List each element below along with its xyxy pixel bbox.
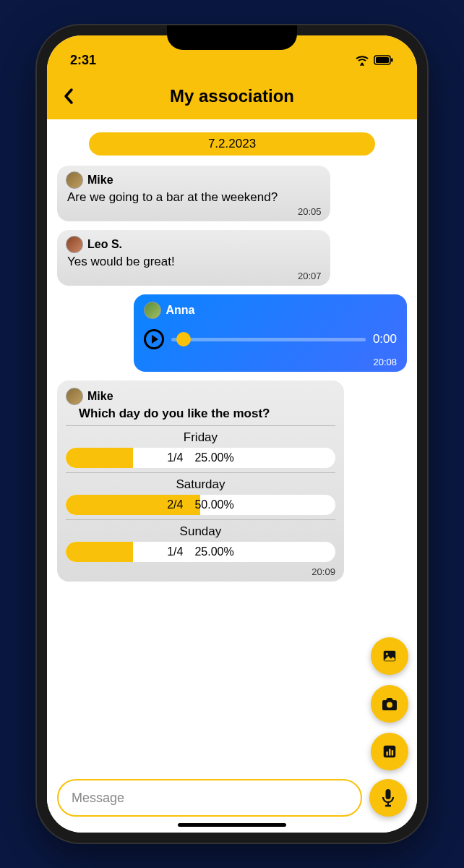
- phone-screen: 2:31 My association 7.2.2023 Mike Are we…: [47, 35, 417, 833]
- poll-option-label: Sunday: [66, 524, 335, 539]
- svg-point-6: [387, 702, 392, 708]
- bar-chart-icon: [382, 744, 398, 760]
- page-title: My association: [61, 86, 403, 106]
- chevron-left-icon: [63, 88, 74, 105]
- play-icon: [152, 335, 158, 344]
- message-time: 20:07: [66, 271, 322, 281]
- message-placeholder: Message: [72, 791, 124, 806]
- chat-body[interactable]: 7.2.2023 Mike Are we going to a bar at t…: [47, 119, 417, 833]
- voice-track[interactable]: [171, 338, 365, 341]
- play-button[interactable]: [144, 329, 164, 349]
- poll-count: 1/4: [167, 451, 183, 464]
- poll-pct: 25.00%: [194, 545, 233, 558]
- message-text: Yes would be great!: [66, 255, 322, 269]
- back-button[interactable]: [63, 88, 74, 105]
- poll-pct: 50.00%: [194, 498, 233, 511]
- sender-name: Leo S.: [87, 238, 122, 251]
- voice-message-bubble[interactable]: Anna 0:00 20:08: [134, 294, 407, 372]
- poll-button[interactable]: [371, 733, 408, 770]
- notch: [167, 25, 297, 50]
- voice-duration: 0:00: [373, 332, 397, 346]
- camera-icon: [381, 696, 398, 712]
- phone-frame: 2:31 My association 7.2.2023 Mike Are we…: [37, 25, 427, 843]
- status-icons: [355, 55, 394, 66]
- svg-rect-8: [386, 752, 387, 756]
- poll-bar: 1/4 25.00%: [66, 542, 335, 562]
- message-time: 20:05: [66, 206, 322, 217]
- mic-button[interactable]: [369, 779, 407, 817]
- message-bubble[interactable]: Leo S. Yes would be great! 20:07: [57, 230, 330, 286]
- poll-bar: 2/4 50.00%: [66, 495, 335, 515]
- poll-count: 1/4: [167, 545, 183, 558]
- poll-option[interactable]: Friday 1/4 25.00%: [66, 425, 335, 468]
- battery-icon: [374, 55, 394, 65]
- poll-question: Which day do you like the most?: [66, 407, 335, 421]
- poll-pct: 25.00%: [194, 451, 233, 464]
- avatar: [144, 302, 161, 319]
- svg-rect-10: [392, 750, 393, 755]
- chat-header: My association: [47, 75, 417, 119]
- svg-rect-11: [386, 789, 391, 799]
- image-button[interactable]: [371, 637, 408, 675]
- wifi-icon: [355, 55, 369, 66]
- svg-point-0: [361, 62, 363, 64]
- sender-name: Anna: [166, 304, 194, 317]
- avatar: [66, 388, 83, 405]
- poll-option-label: Saturday: [66, 477, 335, 492]
- date-separator: 7.2.2023: [89, 132, 376, 156]
- input-row: Message: [57, 779, 407, 817]
- message-time: 20:08: [144, 357, 397, 367]
- poll-option-label: Friday: [66, 430, 335, 445]
- camera-button[interactable]: [371, 685, 408, 723]
- svg-rect-9: [389, 749, 390, 755]
- mic-icon: [381, 788, 395, 807]
- poll-option[interactable]: Saturday 2/4 50.00%: [66, 472, 335, 515]
- poll-bubble[interactable]: Mike Which day do you like the most? Fri…: [57, 380, 344, 582]
- avatar: [66, 236, 83, 253]
- message-bubble[interactable]: Mike Are we going to a bar at the weeken…: [57, 166, 330, 221]
- home-indicator[interactable]: [178, 823, 286, 827]
- poll-count: 2/4: [167, 498, 183, 511]
- poll-bar: 1/4 25.00%: [66, 448, 335, 468]
- avatar: [66, 171, 83, 189]
- sender-name: Mike: [87, 390, 113, 403]
- image-icon: [382, 648, 398, 664]
- message-text: Are we going to a bar at the weekend?: [66, 190, 322, 205]
- fab-column: [371, 637, 408, 770]
- status-time: 2:31: [70, 53, 96, 68]
- voice-thumb[interactable]: [176, 332, 191, 346]
- message-time: 20:09: [66, 566, 335, 577]
- poll-option[interactable]: Sunday 1/4 25.00%: [66, 519, 335, 562]
- sender-name: Mike: [87, 174, 113, 187]
- svg-rect-3: [391, 59, 393, 62]
- message-input[interactable]: Message: [57, 779, 362, 817]
- svg-point-5: [386, 653, 388, 655]
- svg-rect-2: [376, 57, 389, 63]
